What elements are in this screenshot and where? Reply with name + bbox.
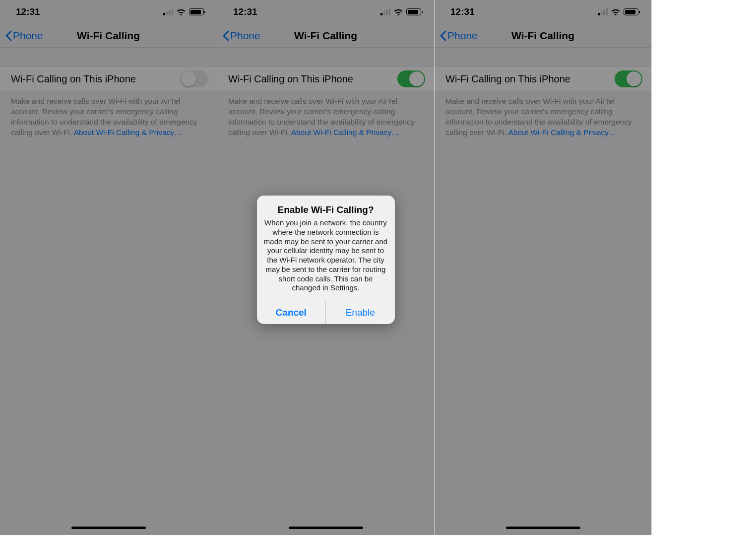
back-button[interactable]: Phone xyxy=(5,24,43,47)
wifi-icon xyxy=(611,8,621,16)
nav-bar: Phone Wi-Fi Calling xyxy=(0,24,217,48)
back-button[interactable]: Phone xyxy=(222,24,260,47)
enable-wifi-calling-alert: Enable Wi-Fi Calling? When you join a ne… xyxy=(257,196,395,324)
chevron-left-icon xyxy=(222,30,229,41)
cellular-signal-icon xyxy=(598,8,608,15)
status-bar: 12:31 xyxy=(0,0,217,24)
page-title: Wi-Fi Calling xyxy=(511,30,574,42)
chevron-left-icon xyxy=(440,30,446,41)
wifi-calling-toggle-row[interactable]: Wi-Fi Calling on This iPhone xyxy=(217,67,434,91)
alert-title: Enable Wi-Fi Calling? xyxy=(264,204,388,215)
wifi-calling-toggle-row[interactable]: Wi-Fi Calling on This iPhone xyxy=(435,67,651,91)
wifi-calling-toggle-on[interactable] xyxy=(397,70,425,87)
chevron-left-icon xyxy=(5,30,12,41)
screen-3-wifi-calling-on: 12:31 Phone Wi-Fi Calling Wi-Fi Calling … xyxy=(435,0,652,535)
home-indicator[interactable] xyxy=(506,527,580,530)
back-label: Phone xyxy=(230,30,260,42)
status-time: 12:31 xyxy=(450,6,475,17)
toggle-label: Wi-Fi Calling on This iPhone xyxy=(445,73,570,85)
wifi-calling-toggle-off[interactable] xyxy=(180,70,208,87)
toggle-label: Wi-Fi Calling on This iPhone xyxy=(228,73,353,85)
wifi-icon xyxy=(176,8,186,16)
nav-bar: Phone Wi-Fi Calling xyxy=(435,24,651,48)
screen-2-enable-alert: 12:31 Phone Wi-Fi Calling Wi-Fi Calling … xyxy=(217,0,435,535)
page-title: Wi-Fi Calling xyxy=(294,30,357,42)
cellular-signal-icon xyxy=(380,8,390,15)
status-right xyxy=(380,8,421,16)
enable-button[interactable]: Enable xyxy=(325,301,395,324)
footer-description: Make and receive calls over Wi-Fi with y… xyxy=(0,91,217,138)
back-label: Phone xyxy=(13,30,43,42)
privacy-link[interactable]: About Wi-Fi Calling & Privacy… xyxy=(74,128,182,136)
wifi-calling-toggle-row[interactable]: Wi-Fi Calling on This iPhone xyxy=(0,67,217,91)
toggle-label: Wi-Fi Calling on This iPhone xyxy=(11,73,136,85)
battery-icon xyxy=(406,8,421,15)
status-right xyxy=(163,8,204,16)
status-time: 12:31 xyxy=(16,6,40,17)
status-bar: 12:31 xyxy=(435,0,651,24)
footer-description: Make and receive calls over Wi-Fi with y… xyxy=(217,91,434,138)
privacy-link[interactable]: About Wi-Fi Calling & Privacy… xyxy=(291,128,399,136)
status-time: 12:31 xyxy=(233,6,257,17)
home-indicator[interactable] xyxy=(289,527,363,530)
alert-message: When you join a network, the country whe… xyxy=(264,218,388,293)
back-label: Phone xyxy=(447,30,478,42)
footer-description: Make and receive calls over Wi-Fi with y… xyxy=(435,91,651,138)
cancel-button[interactable]: Cancel xyxy=(257,301,326,324)
wifi-icon xyxy=(393,8,403,16)
home-indicator[interactable] xyxy=(71,527,146,530)
page-title: Wi-Fi Calling xyxy=(77,30,140,42)
privacy-link[interactable]: About Wi-Fi Calling & Privacy… xyxy=(508,128,617,136)
status-bar: 12:31 xyxy=(217,0,434,24)
back-button[interactable]: Phone xyxy=(440,24,478,47)
status-right xyxy=(598,8,638,16)
nav-bar: Phone Wi-Fi Calling xyxy=(217,24,434,48)
wifi-calling-toggle-on[interactable] xyxy=(615,70,642,87)
battery-icon xyxy=(189,8,204,15)
screen-1-wifi-calling-off: 12:31 Phone Wi-Fi Calling Wi-Fi Calling … xyxy=(0,0,217,535)
cellular-signal-icon xyxy=(163,8,173,15)
battery-icon xyxy=(624,8,638,15)
